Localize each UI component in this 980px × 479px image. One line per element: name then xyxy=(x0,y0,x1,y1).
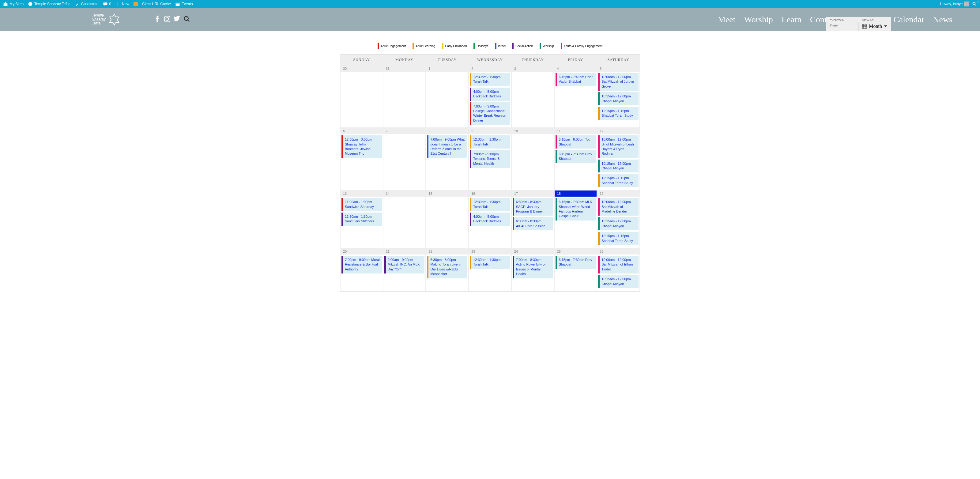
calendar-day[interactable]: 14 xyxy=(383,190,426,248)
calendar-day[interactable]: 612:30pm - 3:00pm Shaaray Tefila Boomers… xyxy=(340,128,383,190)
event-item[interactable]: 5:15pm - 6:00pm Tot Shabbat xyxy=(555,135,596,148)
wpml-link[interactable] xyxy=(134,2,138,6)
calendar-day[interactable]: 46:15pm - 7:45pm L'dor Vador Shabbat xyxy=(554,65,597,128)
calendar-day[interactable]: 2312:30pm - 1:30pm Torah Talk xyxy=(469,248,511,291)
event-item[interactable]: 9:00am - 9:00pm Mitzvah INC: An MLK Day … xyxy=(384,256,425,274)
legend-early-childhood[interactable]: Early Childhood xyxy=(442,43,467,49)
nav-learn[interactable]: Learn xyxy=(781,15,802,24)
event-item[interactable]: 12:15pm - 1:15pm Shabbat Torah Study xyxy=(598,174,638,187)
event-item[interactable]: 10:00am - 12:00pm Bat Mitzvah of Madelin… xyxy=(598,198,638,216)
event-item[interactable]: 12:30pm - 1:30pm Torah Talk xyxy=(470,135,510,148)
day-header: SUNDAY xyxy=(340,54,383,65)
legend-adult-learning[interactable]: Adult Learning xyxy=(412,43,436,49)
calendar-day[interactable]: 1 xyxy=(426,65,469,128)
legend-worship[interactable]: Worship xyxy=(539,43,554,49)
site-logo[interactable]: TempleShaarayTefila xyxy=(92,13,120,26)
legend-youth-family-engagement[interactable]: Youth & Family Engagement xyxy=(561,43,602,49)
comments-link[interactable]: 0 xyxy=(103,2,111,6)
event-item[interactable]: 4:00pm - 5:00pm Backpack Buddies xyxy=(470,88,510,101)
calendar-day[interactable]: 219:00am - 9:00pm Mitzvah INC: An MLK Da… xyxy=(383,248,426,291)
calendar-day[interactable]: 115:15pm - 6:00pm Tot Shabbat6:15pm - 7:… xyxy=(554,128,597,190)
calendar-day[interactable]: 247:00pm - 8:30pm Acting Powerfully on I… xyxy=(511,248,554,291)
day-number: 24 xyxy=(512,248,554,255)
event-item[interactable]: 11:30am - 1:30pm Sanctuary Stitchers xyxy=(342,213,382,226)
date-input[interactable] xyxy=(830,24,854,28)
legend-social-action[interactable]: Social Action xyxy=(512,43,533,49)
event-item[interactable]: 6:15pm - 7:45pm L'dor Vador Shabbat xyxy=(555,73,596,86)
legend-israel[interactable]: Israel xyxy=(495,43,506,49)
event-item[interactable]: 6:30pm - 8:30pm AIPAC Info Session xyxy=(513,217,553,230)
event-item[interactable]: 10:15am - 12:00pm Chapel Minyan xyxy=(598,217,638,230)
event-item[interactable]: 10:00am - 12:00pm B'not Mitzvah of Leah … xyxy=(598,135,638,158)
events-admin-link[interactable]: Events xyxy=(175,2,193,6)
event-item[interactable]: 12:30pm - 1:30pm Torah Talk xyxy=(470,256,510,269)
event-item[interactable]: 7:00pm - 9:00pm What does it mean to be … xyxy=(427,135,467,158)
calendar-day[interactable]: 226:30pm - 8:00pm Making Torah Live in O… xyxy=(426,248,469,291)
calendar-day[interactable]: 30 xyxy=(340,65,383,128)
calendar-day[interactable]: 3 xyxy=(511,65,554,128)
nav-meet[interactable]: Meet xyxy=(718,15,736,24)
legend-bar xyxy=(412,43,414,49)
event-item[interactable]: 11:00am - 1:00pm Sandwich Saturday xyxy=(342,198,382,211)
header-search-icon[interactable] xyxy=(183,16,190,23)
event-item[interactable]: 6:15pm - 7:30pm MLK Shabbat w/the World … xyxy=(555,198,596,221)
customize-link[interactable]: Customize xyxy=(75,2,99,6)
event-item[interactable]: 7:00pm - 8:30pm Acting Powerfully on Iss… xyxy=(513,256,553,278)
event-item[interactable]: 10:15am - 12:00pm Chapel Minyan xyxy=(598,92,638,105)
twitter-icon[interactable] xyxy=(173,16,180,23)
site-link[interactable]: Temple Shaaray Tefila xyxy=(28,2,70,6)
calendar-day[interactable]: 31 xyxy=(383,65,426,128)
nav-worship[interactable]: Worship xyxy=(744,15,773,24)
howdy-link[interactable]: Howdy, tstnyc xyxy=(940,2,969,6)
event-item[interactable]: 12:30pm - 1:30pm Torah Talk xyxy=(470,198,510,211)
event-item[interactable]: 6:15pm - 7:30pm Erev Shabbat xyxy=(555,256,596,269)
view-as-control[interactable]: VIEW AS Month xyxy=(858,17,891,31)
calendar-day[interactable]: 1311:00am - 1:00pm Sandwich Saturday11:3… xyxy=(340,190,383,248)
calendar-day[interactable]: 912:30pm - 1:30pm Torah Talk7:00pm - 9:0… xyxy=(469,128,511,190)
calendar-day[interactable]: 2610:00am - 12:00pm Bar Mitzvah of Ethan… xyxy=(597,248,640,291)
calendar-day[interactable]: 186:15pm - 7:30pm MLK Shabbat w/the Worl… xyxy=(554,190,597,248)
calendar-day[interactable]: 212:30pm - 1:30pm Torah Talk4:00pm - 5:0… xyxy=(469,65,511,128)
calendar-day[interactable]: 1612:30pm - 1:30pm Torah Talk4:00pm - 5:… xyxy=(469,190,511,248)
event-item[interactable]: 10:00am - 12:00pm Bar Mitzvah of Ethan T… xyxy=(598,256,638,274)
calendar-day[interactable]: 7 xyxy=(383,128,426,190)
calendar-day[interactable]: 1210:00am - 12:00pm B'not Mitzvah of Lea… xyxy=(597,128,640,190)
event-item[interactable]: 10:15am - 12:00pm Chapel Minyan xyxy=(598,159,638,173)
day-number: 5 xyxy=(597,65,640,72)
calendar-day[interactable]: 256:15pm - 7:30pm Erev Shabbat xyxy=(554,248,597,291)
event-item[interactable]: 10:00am - 12:00pm Bat Mitzvah of Jordyn … xyxy=(598,73,638,91)
calendar-day[interactable]: 87:00pm - 9:00pm What does it mean to be… xyxy=(426,128,469,190)
day-number: 30 xyxy=(340,65,383,72)
event-item[interactable]: 7:00pm - 9:00pm Moral Resistance & Spiri… xyxy=(342,256,382,274)
event-item[interactable]: 7:00pm - 9:00pm Tweens, Teens, & Mental … xyxy=(470,150,510,168)
event-item[interactable]: 12:15pm - 1:15pm Shabbat Torah Study xyxy=(598,232,638,245)
calendar-day[interactable]: 207:00pm - 9:00pm Moral Resistance & Spi… xyxy=(340,248,383,291)
calendar-day[interactable]: 176:30pm - 8:30pm SAGE: January Program … xyxy=(511,190,554,248)
calendar-week: 30311212:30pm - 1:30pm Torah Talk4:00pm … xyxy=(340,65,640,128)
event-item[interactable]: 7:00pm - 9:00pm College Connections: Win… xyxy=(470,102,510,125)
facebook-icon[interactable] xyxy=(154,16,161,23)
event-item[interactable]: 12:15pm - 1:15pm Shabbat Torah Study xyxy=(598,107,638,120)
event-item[interactable]: 12:30pm - 1:30pm Torah Talk xyxy=(470,73,510,86)
calendar-week: 612:30pm - 3:00pm Shaaray Tefila Boomers… xyxy=(340,128,640,190)
new-link[interactable]: New xyxy=(115,2,129,6)
event-item[interactable]: 6:30pm - 8:00pm Making Torah Live in Our… xyxy=(427,256,467,278)
nav-calendar[interactable]: Calendar xyxy=(893,15,924,24)
calendar-day[interactable]: 510:00am - 12:00pm Bat Mitzvah of Jordyn… xyxy=(597,65,640,128)
event-item[interactable]: 4:00pm - 5:00pm Backpack Buddies xyxy=(470,213,510,226)
legend-adult-engagement[interactable]: Adult Engagement xyxy=(378,43,406,49)
event-item[interactable]: 6:15pm - 7:30pm Erev Shabbat xyxy=(555,150,596,163)
event-item[interactable]: 12:30pm - 3:00pm Shaaray Tefila Boomers:… xyxy=(342,135,382,158)
clear-cache-link[interactable]: Clear URL Cache xyxy=(142,2,171,6)
event-item[interactable]: 10:15am - 12:00pm Chapel Minyan xyxy=(598,275,638,288)
calendar-day[interactable]: 15 xyxy=(426,190,469,248)
nav-news[interactable]: News xyxy=(933,15,953,24)
my-sites-link[interactable]: My Sites xyxy=(3,2,24,6)
instagram-icon[interactable] xyxy=(164,16,170,23)
calendar-day[interactable]: 10 xyxy=(511,128,554,190)
legend-holidays[interactable]: Holidays xyxy=(474,43,488,49)
collapse-triangle[interactable] xyxy=(976,1,979,2)
event-item[interactable]: 6:30pm - 8:30pm SAGE: January Program & … xyxy=(513,198,553,216)
calendar-day[interactable]: 1910:00am - 12:00pm Bat Mitzvah of Madel… xyxy=(597,190,640,248)
site-name-label: Temple Shaaray Tefila xyxy=(34,2,70,6)
